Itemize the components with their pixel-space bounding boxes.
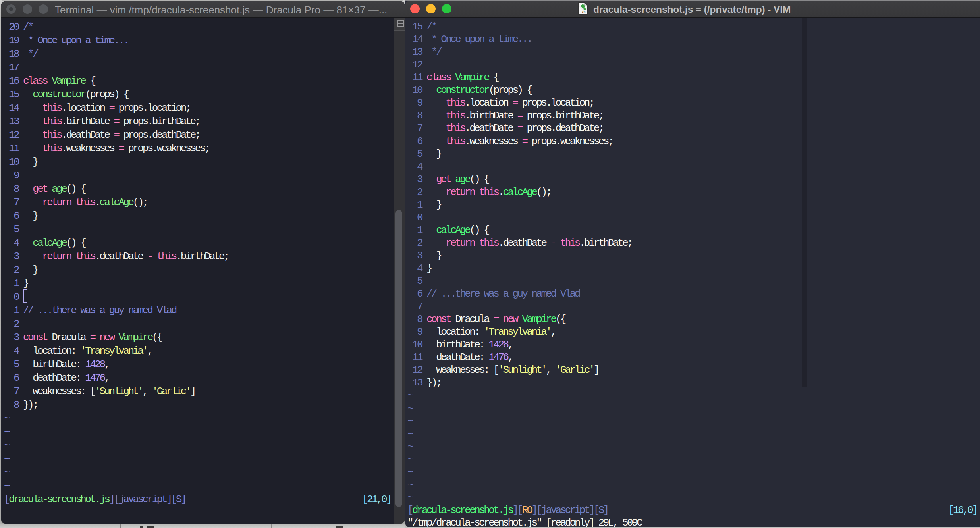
svg-text:JS: JS xyxy=(581,10,586,14)
